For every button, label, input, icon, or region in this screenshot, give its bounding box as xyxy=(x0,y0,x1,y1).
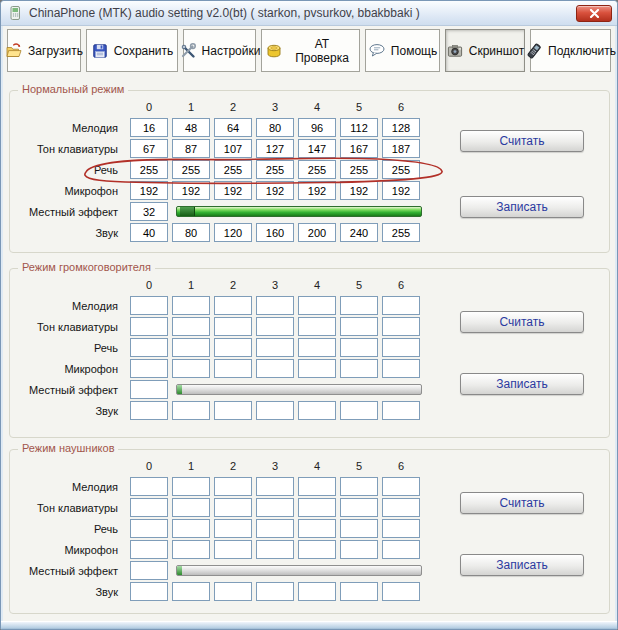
value-field[interactable] xyxy=(256,401,294,420)
value-field[interactable] xyxy=(382,582,420,601)
value-field[interactable] xyxy=(130,359,168,378)
value-field[interactable] xyxy=(340,139,378,158)
value-field[interactable] xyxy=(382,519,420,538)
value-field[interactable] xyxy=(340,359,378,378)
value-field[interactable] xyxy=(172,540,210,559)
value-field[interactable] xyxy=(130,498,168,517)
value-field[interactable] xyxy=(298,160,336,179)
value-field[interactable] xyxy=(298,296,336,315)
value-field[interactable] xyxy=(298,582,336,601)
value-field[interactable] xyxy=(382,540,420,559)
value-field[interactable] xyxy=(172,139,210,158)
value-field[interactable] xyxy=(130,477,168,496)
value-field[interactable] xyxy=(256,338,294,357)
value-field[interactable] xyxy=(172,118,210,137)
value-field[interactable] xyxy=(298,223,336,242)
value-field[interactable] xyxy=(340,582,378,601)
help-button[interactable]: Помощь xyxy=(365,29,440,72)
value-field[interactable] xyxy=(130,338,168,357)
settings-button[interactable]: Настройки xyxy=(183,29,256,72)
write-button[interactable]: Записать xyxy=(460,196,584,218)
value-field[interactable] xyxy=(130,317,168,336)
close-button[interactable] xyxy=(576,5,612,22)
value-field[interactable] xyxy=(214,223,252,242)
screenshot-button[interactable]: Скриншот xyxy=(445,29,525,72)
value-field[interactable] xyxy=(214,519,252,538)
value-field[interactable] xyxy=(340,223,378,242)
value-field[interactable] xyxy=(340,401,378,420)
value-field[interactable] xyxy=(256,519,294,538)
value-field[interactable] xyxy=(130,540,168,559)
value-field[interactable] xyxy=(214,139,252,158)
save-button[interactable]: Сохранить xyxy=(86,29,178,72)
value-field[interactable] xyxy=(130,181,168,200)
value-field[interactable] xyxy=(130,223,168,242)
value-field[interactable] xyxy=(256,359,294,378)
value-field[interactable] xyxy=(256,160,294,179)
value-field[interactable] xyxy=(340,317,378,336)
value-field[interactable] xyxy=(256,223,294,242)
value-field[interactable] xyxy=(172,477,210,496)
value-field[interactable] xyxy=(298,118,336,137)
value-field[interactable] xyxy=(172,223,210,242)
value-field[interactable] xyxy=(340,540,378,559)
value-field[interactable] xyxy=(172,181,210,200)
value-field[interactable] xyxy=(172,401,210,420)
value-field[interactable] xyxy=(256,181,294,200)
value-field[interactable] xyxy=(214,118,252,137)
value-field[interactable] xyxy=(382,118,420,137)
value-field[interactable] xyxy=(130,561,168,580)
local-effect-slider[interactable] xyxy=(176,384,422,395)
value-field[interactable] xyxy=(256,139,294,158)
value-field[interactable] xyxy=(340,181,378,200)
value-field[interactable] xyxy=(340,118,378,137)
value-field[interactable] xyxy=(172,498,210,517)
value-field[interactable] xyxy=(130,160,168,179)
at-check-button[interactable]: АТ Проверка xyxy=(261,29,360,72)
value-field[interactable] xyxy=(340,519,378,538)
value-field[interactable] xyxy=(340,477,378,496)
value-field[interactable] xyxy=(340,296,378,315)
value-field[interactable] xyxy=(298,338,336,357)
value-field[interactable] xyxy=(340,160,378,179)
value-field[interactable] xyxy=(382,477,420,496)
value-field[interactable] xyxy=(214,498,252,517)
value-field[interactable] xyxy=(172,519,210,538)
value-field[interactable] xyxy=(382,401,420,420)
value-field[interactable] xyxy=(256,582,294,601)
value-field[interactable] xyxy=(382,223,420,242)
load-button[interactable]: Загрузить xyxy=(7,29,81,72)
value-field[interactable] xyxy=(298,181,336,200)
value-field[interactable] xyxy=(214,317,252,336)
read-button[interactable]: Считать xyxy=(460,492,584,514)
value-field[interactable] xyxy=(298,317,336,336)
value-field[interactable] xyxy=(214,296,252,315)
value-field[interactable] xyxy=(130,380,168,399)
value-field[interactable] xyxy=(130,401,168,420)
value-field[interactable] xyxy=(214,401,252,420)
value-field[interactable] xyxy=(256,498,294,517)
value-field[interactable] xyxy=(382,139,420,158)
value-field[interactable] xyxy=(382,160,420,179)
value-field[interactable] xyxy=(172,160,210,179)
read-button[interactable]: Считать xyxy=(460,130,584,152)
value-field[interactable] xyxy=(172,296,210,315)
value-field[interactable] xyxy=(256,118,294,137)
value-field[interactable] xyxy=(214,338,252,357)
value-field[interactable] xyxy=(172,359,210,378)
local-effect-slider[interactable] xyxy=(176,206,422,217)
value-field[interactable] xyxy=(340,338,378,357)
value-field[interactable] xyxy=(130,582,168,601)
write-button[interactable]: Записать xyxy=(460,373,584,395)
slider-thumb[interactable] xyxy=(180,207,195,216)
write-button[interactable]: Записать xyxy=(460,554,584,576)
value-field[interactable] xyxy=(130,202,168,221)
value-field[interactable] xyxy=(130,519,168,538)
value-field[interactable] xyxy=(382,359,420,378)
value-field[interactable] xyxy=(298,477,336,496)
value-field[interactable] xyxy=(298,359,336,378)
value-field[interactable] xyxy=(256,317,294,336)
value-field[interactable] xyxy=(130,139,168,158)
value-field[interactable] xyxy=(214,582,252,601)
value-field[interactable] xyxy=(382,338,420,357)
